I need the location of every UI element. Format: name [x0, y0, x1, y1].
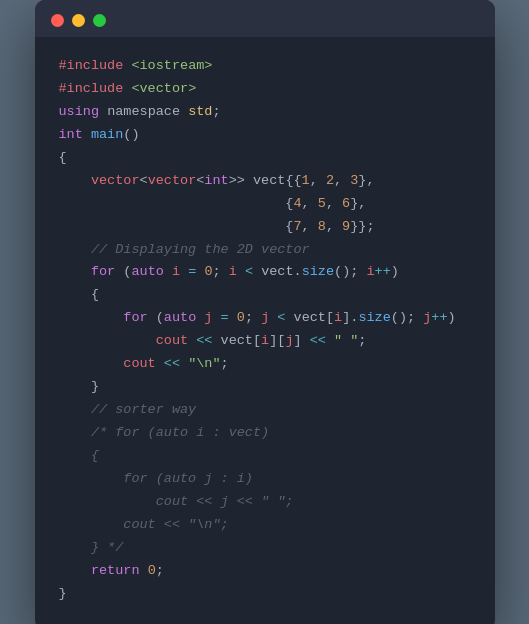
- code-line-21: for (auto j : i): [59, 468, 471, 491]
- code-line-19: /* for (auto i : vect): [59, 422, 471, 445]
- code-line-24: } */: [59, 537, 471, 560]
- close-button[interactable]: [51, 14, 64, 27]
- maximize-button[interactable]: [93, 14, 106, 27]
- code-line-7: vector<vector<int>> vect{{1, 2, 3},: [59, 170, 471, 193]
- code-line-17: }: [59, 376, 471, 399]
- code-line-27: }: [59, 583, 471, 606]
- code-line-13: {: [59, 284, 471, 307]
- code-line-6: {: [59, 147, 471, 170]
- code-line-20: {: [59, 445, 471, 468]
- code-editor: #include <iostream> #include <vector> us…: [35, 37, 495, 624]
- code-line-5: int main(): [59, 124, 471, 147]
- minimize-button[interactable]: [72, 14, 85, 27]
- code-line-18: // sorter way: [59, 399, 471, 422]
- code-line-11: // Displaying the 2D vector: [59, 239, 471, 262]
- code-line-23: cout << "\n";: [59, 514, 471, 537]
- code-line-9: {7, 8, 9}};: [59, 216, 471, 239]
- code-line-15: cout << vect[i][j] << " ";: [59, 330, 471, 353]
- code-line-8: {4, 5, 6},: [59, 193, 471, 216]
- code-line-14: for (auto j = 0; j < vect[i].size(); j++…: [59, 307, 471, 330]
- code-line-2: #include <vector>: [59, 78, 471, 101]
- code-line-1: #include <iostream>: [59, 55, 471, 78]
- code-line-12: for (auto i = 0; i < vect.size(); i++): [59, 261, 471, 284]
- code-line-16: cout << "\n";: [59, 353, 471, 376]
- code-window: #include <iostream> #include <vector> us…: [35, 0, 495, 624]
- code-line-26: return 0;: [59, 560, 471, 583]
- title-bar: [35, 0, 495, 37]
- code-line-22: cout << j << " ";: [59, 491, 471, 514]
- code-line-3: using namespace std;: [59, 101, 471, 124]
